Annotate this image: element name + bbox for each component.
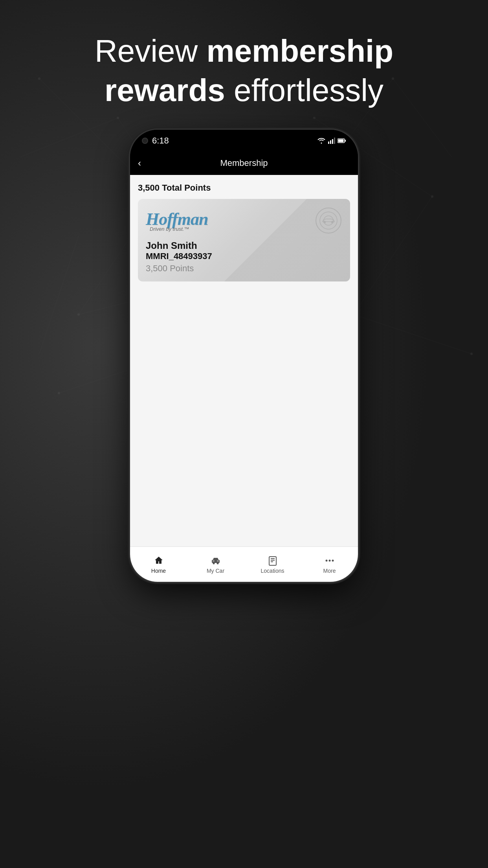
nav-label-my-car: My Car <box>207 568 224 574</box>
locations-icon <box>267 555 278 566</box>
nav-item-more[interactable]: More <box>301 555 358 574</box>
bottom-nav: Home My Car Locations <box>130 546 358 582</box>
back-button[interactable]: ‹ <box>138 158 141 169</box>
card-points: 3,500 Points <box>146 263 342 274</box>
svg-point-33 <box>323 221 326 223</box>
svg-point-9 <box>77 313 80 316</box>
app-header: ‹ Membership <box>130 151 358 175</box>
app-content: 3,500 Total Points Hoffman Driven by tru… <box>130 175 358 546</box>
svg-point-21 <box>470 353 473 355</box>
svg-point-31 <box>320 212 337 229</box>
svg-line-6 <box>39 236 79 354</box>
nav-label-home: Home <box>151 568 166 574</box>
card-watermark-icon <box>315 207 342 234</box>
svg-point-18 <box>313 117 316 119</box>
status-bar: 6:18 <box>130 130 358 151</box>
promo-line2-bold: rewards <box>105 73 225 108</box>
status-icons <box>317 138 346 144</box>
logo-wrapper: Hoffman Driven by trust.™ <box>146 209 208 232</box>
svg-rect-40 <box>269 557 276 565</box>
car-icon <box>210 555 221 566</box>
svg-point-12 <box>58 392 60 394</box>
svg-point-32 <box>324 216 333 225</box>
svg-rect-24 <box>330 140 331 144</box>
promo-line2-regular: effortlessly <box>225 73 383 108</box>
total-points-label: 3,500 Total Points <box>138 183 350 193</box>
svg-rect-28 <box>345 140 346 142</box>
svg-rect-23 <box>328 142 329 144</box>
svg-point-11 <box>117 117 119 119</box>
card-member-name: John Smith <box>146 240 342 251</box>
svg-point-7 <box>38 77 40 80</box>
svg-point-37 <box>216 562 218 564</box>
wifi-icon <box>317 138 326 144</box>
card-member-id: MMRI_48493937 <box>146 251 342 261</box>
camera-dot <box>142 138 148 144</box>
svg-rect-38 <box>213 560 215 561</box>
svg-line-3 <box>20 118 118 157</box>
svg-point-45 <box>328 559 330 561</box>
home-icon <box>153 555 164 566</box>
signal-icon <box>328 138 335 144</box>
nav-item-my-car[interactable]: My Car <box>187 555 244 574</box>
svg-rect-29 <box>338 139 344 142</box>
svg-point-44 <box>325 559 327 561</box>
membership-card[interactable]: Hoffman Driven by trust.™ John Smith MMR… <box>138 199 350 281</box>
svg-point-36 <box>213 562 215 564</box>
app-title: Membership <box>220 158 268 168</box>
status-time: 6:18 <box>152 136 169 146</box>
svg-rect-39 <box>217 560 219 561</box>
svg-line-14 <box>354 197 432 314</box>
nav-item-home[interactable]: Home <box>130 555 187 574</box>
phone-frame: 6:18 ‹ Membership <box>130 130 358 582</box>
promo-text-block: Review membership rewards effortlessly <box>63 31 425 110</box>
svg-point-19 <box>431 195 433 198</box>
card-tagline: Driven by trust.™ <box>150 226 208 232</box>
svg-point-34 <box>331 221 334 223</box>
svg-rect-25 <box>332 139 333 144</box>
svg-point-46 <box>332 559 334 561</box>
nav-label-more: More <box>323 568 336 574</box>
promo-line1-regular: Review <box>95 33 207 68</box>
promo-line1-bold: membership <box>206 33 393 68</box>
more-icon <box>324 555 335 566</box>
battery-icon <box>338 138 346 143</box>
nav-item-locations[interactable]: Locations <box>244 555 301 574</box>
svg-rect-26 <box>334 138 335 144</box>
svg-line-15 <box>354 314 471 354</box>
nav-label-locations: Locations <box>261 568 284 574</box>
